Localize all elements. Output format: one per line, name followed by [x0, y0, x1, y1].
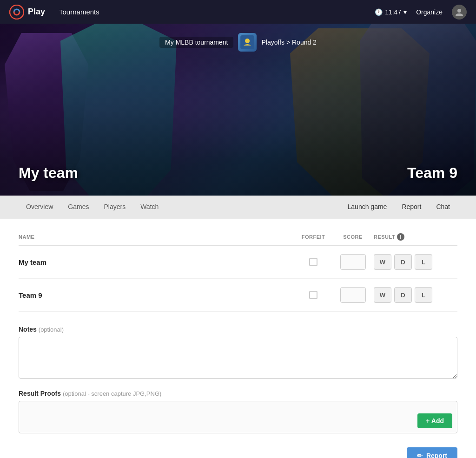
notes-section: Notes (optional): [19, 326, 457, 380]
notes-label: Notes (optional): [19, 326, 457, 333]
user-avatar[interactable]: [452, 5, 467, 20]
team2-result-l[interactable]: L: [415, 287, 432, 303]
report-submit-row: ✏ Report: [19, 447, 457, 458]
hero-banner: My MLBB tournament Playoffs > Round 2 My…: [0, 24, 476, 196]
svg-point-0: [10, 5, 24, 19]
header-right: 🕐 11:47 ▾ Organize: [375, 5, 467, 20]
proofs-optional: (optional - screen capture JPG,PNG): [63, 390, 161, 397]
stage-label: Playoffs > Round 2: [261, 39, 316, 46]
team2-forfeit-checkbox[interactable]: [309, 291, 317, 299]
team2-name: Team 9: [19, 291, 295, 299]
table-header: NAME FORFEIT SCORE RESULT i: [19, 233, 457, 246]
tab-players[interactable]: Players: [96, 196, 133, 218]
tab-watch[interactable]: Watch: [133, 196, 166, 218]
tab-overview[interactable]: Overview: [19, 196, 60, 218]
header: Play Tournaments 🕐 11:47 ▾ Organize: [0, 0, 476, 24]
tabs-bar: Overview Games Players Watch Launch game…: [0, 196, 476, 219]
team-left-label: My team: [19, 164, 78, 182]
notes-optional: (optional): [39, 326, 64, 333]
tab-launch-game[interactable]: Launch game: [340, 196, 395, 218]
clock-display: 🕐 11:47 ▾: [375, 8, 407, 16]
main-nav: Tournaments: [59, 8, 99, 16]
tab-games[interactable]: Games: [60, 196, 96, 218]
team1-name: My team: [19, 258, 295, 266]
clock-icon: 🕐: [375, 8, 383, 16]
right-tab-group: Launch game Report Chat: [340, 196, 457, 218]
team1-score-cell: [332, 254, 374, 270]
team2-score-cell: [332, 287, 374, 303]
team1-result-d[interactable]: D: [394, 254, 412, 270]
team1-forfeit-checkbox[interactable]: [309, 258, 317, 266]
hero-teams: My team Team 9: [19, 164, 457, 182]
svg-point-1: [457, 9, 461, 13]
report-pencil-icon: ✏: [417, 452, 423, 458]
team2-result-w[interactable]: W: [374, 287, 391, 303]
logo-text: Play: [28, 7, 45, 17]
organize-button[interactable]: Organize: [416, 8, 443, 16]
col-header-name: NAME: [19, 234, 295, 240]
report-table: NAME FORFEIT SCORE RESULT i My team W D …: [19, 233, 457, 312]
result-info-icon[interactable]: i: [397, 233, 404, 241]
avatar-icon: [455, 7, 464, 17]
team2-forfeit-cell: [295, 291, 332, 299]
tab-report[interactable]: Report: [394, 196, 429, 218]
team1-score-input[interactable]: [340, 254, 366, 270]
col-header-result: RESULT i: [374, 233, 457, 241]
time-value: 11:47: [385, 8, 401, 16]
table-row: Team 9 W D L: [19, 279, 457, 312]
tab-chat[interactable]: Chat: [429, 196, 457, 218]
svg-point-3: [245, 39, 250, 43]
logo-icon: [9, 5, 24, 20]
team2-result-cell: W D L: [374, 287, 457, 303]
team1-result-w[interactable]: W: [374, 254, 391, 270]
team1-result-l[interactable]: L: [415, 254, 432, 270]
clock-dropdown-icon[interactable]: ▾: [403, 8, 407, 16]
team1-result-cell: W D L: [374, 254, 457, 270]
team2-result-d[interactable]: D: [394, 287, 412, 303]
notes-textarea[interactable]: [19, 337, 457, 379]
proofs-dropzone[interactable]: + Add: [19, 401, 457, 433]
tournament-icon: [238, 33, 257, 52]
table-row: My team W D L: [19, 246, 457, 279]
add-proof-button[interactable]: + Add: [417, 413, 452, 428]
breadcrumb: My MLBB tournament Playoffs > Round 2: [159, 33, 317, 52]
proofs-section: Result Proofs (optional - screen capture…: [19, 390, 457, 433]
report-submit-button[interactable]: ✏ Report: [407, 447, 457, 458]
tournament-game-icon: [240, 35, 254, 49]
tournaments-nav-link[interactable]: Tournaments: [59, 8, 99, 16]
col-header-forfeit: FORFEIT: [295, 234, 332, 240]
team2-score-input[interactable]: [340, 287, 366, 303]
main-content: NAME FORFEIT SCORE RESULT i My team W D …: [0, 219, 476, 458]
col-header-score: SCORE: [332, 234, 374, 240]
team-right-label: Team 9: [407, 164, 457, 182]
tournament-name: My MLBB tournament: [159, 37, 233, 48]
proofs-label: Result Proofs (optional - screen capture…: [19, 390, 457, 397]
logo[interactable]: Play: [9, 5, 45, 20]
team1-forfeit-cell: [295, 258, 332, 266]
